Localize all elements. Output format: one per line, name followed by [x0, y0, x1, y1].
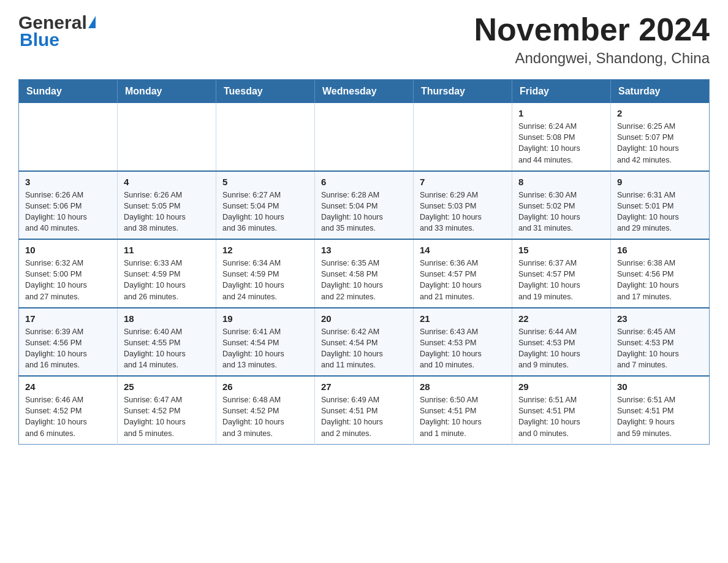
day-info: Sunrise: 6:45 AM Sunset: 4:53 PM Dayligh… [617, 326, 703, 371]
day-info: Sunrise: 6:43 AM Sunset: 4:53 PM Dayligh… [420, 326, 506, 371]
day-info: Sunrise: 6:25 AM Sunset: 5:07 PM Dayligh… [617, 121, 703, 166]
day-info: Sunrise: 6:32 AM Sunset: 5:00 PM Dayligh… [25, 258, 111, 302]
day-info: Sunrise: 6:27 AM Sunset: 5:04 PM Dayligh… [222, 190, 308, 234]
day-info: Sunrise: 6:24 AM Sunset: 5:08 PM Dayligh… [518, 121, 604, 166]
calendar-cell: 16Sunrise: 6:38 AM Sunset: 4:56 PM Dayli… [611, 239, 710, 308]
day-info: Sunrise: 6:51 AM Sunset: 4:51 PM Dayligh… [617, 394, 703, 439]
calendar-cell: 9Sunrise: 6:31 AM Sunset: 5:01 PM Daylig… [611, 171, 710, 240]
calendar-cell [216, 103, 315, 171]
day-number: 25 [124, 381, 210, 392]
day-number: 1 [518, 108, 604, 118]
calendar-cell: 22Sunrise: 6:44 AM Sunset: 4:53 PM Dayli… [512, 308, 611, 377]
calendar-cell [414, 103, 512, 171]
calendar-cell: 23Sunrise: 6:45 AM Sunset: 4:53 PM Dayli… [611, 308, 710, 377]
day-number: 30 [617, 381, 703, 392]
day-number: 29 [518, 381, 604, 392]
day-number: 27 [321, 381, 407, 392]
day-info: Sunrise: 6:41 AM Sunset: 4:54 PM Dayligh… [222, 326, 308, 371]
day-info: Sunrise: 6:50 AM Sunset: 4:51 PM Dayligh… [420, 394, 506, 439]
day-info: Sunrise: 6:40 AM Sunset: 4:55 PM Dayligh… [124, 326, 210, 371]
calendar-cell: 21Sunrise: 6:43 AM Sunset: 4:53 PM Dayli… [414, 308, 512, 377]
day-info: Sunrise: 6:49 AM Sunset: 4:51 PM Dayligh… [321, 394, 407, 439]
calendar-cell: 18Sunrise: 6:40 AM Sunset: 4:55 PM Dayli… [118, 308, 216, 377]
day-info: Sunrise: 6:44 AM Sunset: 4:53 PM Dayligh… [518, 326, 604, 371]
calendar-cell: 13Sunrise: 6:35 AM Sunset: 4:58 PM Dayli… [315, 239, 414, 308]
day-number: 23 [617, 313, 703, 324]
calendar-cell: 15Sunrise: 6:37 AM Sunset: 4:57 PM Dayli… [512, 239, 611, 308]
day-info: Sunrise: 6:39 AM Sunset: 4:56 PM Dayligh… [25, 326, 111, 371]
day-info: Sunrise: 6:46 AM Sunset: 4:52 PM Dayligh… [25, 394, 111, 439]
day-number: 24 [25, 381, 111, 392]
calendar-week-row: 24Sunrise: 6:46 AM Sunset: 4:52 PM Dayli… [19, 376, 710, 444]
calendar-cell: 24Sunrise: 6:46 AM Sunset: 4:52 PM Dayli… [19, 376, 118, 444]
calendar-week-row: 17Sunrise: 6:39 AM Sunset: 4:56 PM Dayli… [19, 308, 710, 377]
day-info: Sunrise: 6:26 AM Sunset: 5:05 PM Dayligh… [124, 190, 210, 234]
day-number: 21 [420, 313, 506, 324]
calendar-cell: 28Sunrise: 6:50 AM Sunset: 4:51 PM Dayli… [414, 376, 512, 444]
day-info: Sunrise: 6:35 AM Sunset: 4:58 PM Dayligh… [321, 258, 407, 302]
day-number: 18 [124, 313, 210, 324]
day-number: 28 [420, 381, 506, 392]
title-block: November 2024 Andongwei, Shandong, China [474, 12, 710, 67]
day-info: Sunrise: 6:33 AM Sunset: 4:59 PM Dayligh… [124, 258, 210, 302]
calendar-cell: 29Sunrise: 6:51 AM Sunset: 4:51 PM Dayli… [512, 376, 611, 444]
day-number: 13 [321, 245, 407, 255]
calendar-cell [118, 103, 216, 171]
day-number: 11 [124, 245, 210, 255]
day-info: Sunrise: 6:48 AM Sunset: 4:52 PM Dayligh… [222, 394, 308, 439]
page-header: General Blue November 2024 Andongwei, Sh… [18, 12, 710, 67]
calendar-table: Sunday Monday Tuesday Wednesday Thursday… [18, 79, 710, 445]
logo-triangle-icon [88, 16, 96, 28]
header-wednesday: Wednesday [315, 80, 414, 104]
day-number: 4 [124, 177, 210, 187]
calendar-cell: 17Sunrise: 6:39 AM Sunset: 4:56 PM Dayli… [19, 308, 118, 377]
day-number: 2 [617, 108, 703, 118]
day-number: 3 [25, 177, 111, 187]
calendar-cell: 20Sunrise: 6:42 AM Sunset: 4:54 PM Dayli… [315, 308, 414, 377]
day-number: 9 [617, 177, 703, 187]
logo: General Blue [18, 12, 96, 50]
header-thursday: Thursday [414, 80, 512, 104]
calendar-cell: 19Sunrise: 6:41 AM Sunset: 4:54 PM Dayli… [216, 308, 315, 377]
calendar-cell: 5Sunrise: 6:27 AM Sunset: 5:04 PM Daylig… [216, 171, 315, 240]
header-sunday: Sunday [19, 80, 118, 104]
calendar-subtitle: Andongwei, Shandong, China [474, 50, 710, 67]
header-monday: Monday [118, 80, 216, 104]
header-saturday: Saturday [611, 80, 710, 104]
calendar-cell: 30Sunrise: 6:51 AM Sunset: 4:51 PM Dayli… [611, 376, 710, 444]
day-number: 14 [420, 245, 506, 255]
day-number: 22 [518, 313, 604, 324]
day-info: Sunrise: 6:38 AM Sunset: 4:56 PM Dayligh… [617, 258, 703, 302]
calendar-cell [315, 103, 414, 171]
calendar-cell: 2Sunrise: 6:25 AM Sunset: 5:07 PM Daylig… [611, 103, 710, 171]
calendar-week-row: 3Sunrise: 6:26 AM Sunset: 5:06 PM Daylig… [19, 171, 710, 240]
calendar-cell: 4Sunrise: 6:26 AM Sunset: 5:05 PM Daylig… [118, 171, 216, 240]
day-number: 17 [25, 313, 111, 324]
calendar-cell: 7Sunrise: 6:29 AM Sunset: 5:03 PM Daylig… [414, 171, 512, 240]
day-number: 8 [518, 177, 604, 187]
calendar-cell: 1Sunrise: 6:24 AM Sunset: 5:08 PM Daylig… [512, 103, 611, 171]
logo-blue: Blue [20, 29, 59, 50]
calendar-header-row: Sunday Monday Tuesday Wednesday Thursday… [19, 80, 710, 104]
day-info: Sunrise: 6:51 AM Sunset: 4:51 PM Dayligh… [518, 394, 604, 439]
day-number: 6 [321, 177, 407, 187]
day-number: 16 [617, 245, 703, 255]
day-info: Sunrise: 6:37 AM Sunset: 4:57 PM Dayligh… [518, 258, 604, 302]
day-number: 7 [420, 177, 506, 187]
day-info: Sunrise: 6:28 AM Sunset: 5:04 PM Dayligh… [321, 190, 407, 234]
day-number: 26 [222, 381, 308, 392]
day-info: Sunrise: 6:31 AM Sunset: 5:01 PM Dayligh… [617, 190, 703, 234]
calendar-cell: 3Sunrise: 6:26 AM Sunset: 5:06 PM Daylig… [19, 171, 118, 240]
calendar-cell: 11Sunrise: 6:33 AM Sunset: 4:59 PM Dayli… [118, 239, 216, 308]
day-number: 10 [25, 245, 111, 255]
calendar-cell [19, 103, 118, 171]
day-info: Sunrise: 6:34 AM Sunset: 4:59 PM Dayligh… [222, 258, 308, 302]
header-friday: Friday [512, 80, 611, 104]
calendar-cell: 26Sunrise: 6:48 AM Sunset: 4:52 PM Dayli… [216, 376, 315, 444]
day-number: 12 [222, 245, 308, 255]
day-number: 15 [518, 245, 604, 255]
calendar-cell: 8Sunrise: 6:30 AM Sunset: 5:02 PM Daylig… [512, 171, 611, 240]
calendar-cell: 12Sunrise: 6:34 AM Sunset: 4:59 PM Dayli… [216, 239, 315, 308]
day-number: 19 [222, 313, 308, 324]
day-info: Sunrise: 6:36 AM Sunset: 4:57 PM Dayligh… [420, 258, 506, 302]
